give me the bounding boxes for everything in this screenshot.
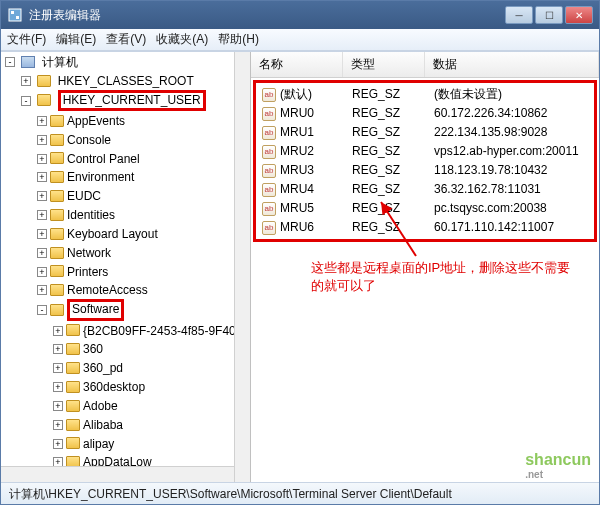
highlight-hkcu: HKEY_CURRENT_USER (58, 90, 206, 111)
string-value-icon: ab (262, 126, 276, 140)
folder-icon (50, 304, 64, 316)
folder-icon (50, 152, 64, 164)
folder-icon (50, 190, 64, 202)
folder-icon (50, 228, 64, 240)
window-title: 注册表编辑器 (29, 7, 505, 24)
value-row[interactable]: abMRU5REG_SZpc.tsqysc.com:20038 (256, 199, 594, 218)
menu-file[interactable]: 文件(F) (7, 31, 46, 48)
string-value-icon: ab (262, 221, 276, 235)
tree-item[interactable]: +Environment (37, 167, 250, 186)
tree-hkcu[interactable]: - HKEY_CURRENT_USER +AppEvents+Console+C… (21, 90, 250, 482)
expand-icon[interactable]: + (37, 154, 47, 164)
folder-icon (50, 115, 64, 127)
col-header-type[interactable]: 类型 (343, 52, 425, 77)
highlight-software: Software (67, 299, 124, 320)
minimize-button[interactable]: ─ (505, 6, 533, 24)
tree-scrollbar-h[interactable] (1, 466, 234, 482)
expand-icon[interactable]: + (37, 285, 47, 295)
svg-rect-1 (11, 11, 14, 14)
value-row[interactable]: abMRU6REG_SZ60.171.110.142:11007 (256, 218, 594, 237)
tree-item[interactable]: +Network (37, 243, 250, 262)
collapse-icon[interactable]: - (5, 57, 15, 67)
expand-icon[interactable]: + (37, 267, 47, 277)
tree-software[interactable]: -Software+{B2CB09FF-2453-4f85-9F40-21C05… (37, 299, 250, 482)
collapse-icon[interactable]: - (37, 305, 47, 315)
string-value-icon: ab (262, 183, 276, 197)
string-value-icon: ab (262, 202, 276, 216)
value-row[interactable]: abMRU1REG_SZ222.134.135.98:9028 (256, 123, 594, 142)
folder-icon (66, 419, 80, 431)
tree-item[interactable]: +360_pd (53, 358, 250, 377)
collapse-icon[interactable]: - (21, 96, 31, 106)
folder-icon (50, 247, 64, 259)
tree-item[interactable]: +Console (37, 130, 250, 149)
tree-item[interactable]: +Alibaba (53, 415, 250, 434)
annotation-text: 这些都是远程桌面的IP地址，删除这些不需要的就可以了 (311, 259, 571, 295)
string-value-icon: ab (262, 107, 276, 121)
tree-item[interactable]: +AppEvents (37, 111, 250, 130)
string-value-icon: ab (262, 88, 276, 102)
menu-fav[interactable]: 收藏夹(A) (156, 31, 208, 48)
expand-icon[interactable]: + (37, 116, 47, 126)
expand-icon[interactable]: + (37, 191, 47, 201)
menu-edit[interactable]: 编辑(E) (56, 31, 96, 48)
expand-icon[interactable]: + (53, 439, 63, 449)
expand-icon[interactable]: + (37, 248, 47, 258)
expand-icon[interactable]: + (53, 401, 63, 411)
tree-item[interactable]: +EUDC (37, 186, 250, 205)
folder-icon (50, 284, 64, 296)
folder-icon (66, 381, 80, 393)
maximize-button[interactable]: ☐ (535, 6, 563, 24)
tree-item[interactable]: +Control Panel (37, 149, 250, 168)
list-header: 名称 类型 数据 (251, 52, 599, 78)
folder-icon (50, 265, 64, 277)
expand-icon[interactable]: + (21, 76, 31, 86)
col-header-name[interactable]: 名称 (251, 52, 343, 77)
expand-icon[interactable]: + (37, 172, 47, 182)
window-buttons: ─ ☐ ✕ (505, 6, 593, 24)
expand-icon[interactable]: + (53, 344, 63, 354)
menu-help[interactable]: 帮助(H) (218, 31, 259, 48)
tree-root[interactable]: - 计算机 + HKEY_CLASSES_ROOT - (5, 52, 250, 482)
string-value-icon: ab (262, 145, 276, 159)
expand-icon[interactable]: + (37, 210, 47, 220)
tree-scrollbar-v[interactable] (234, 52, 250, 482)
value-row[interactable]: abMRU0REG_SZ60.172.226.34:10862 (256, 104, 594, 123)
tree-pane[interactable]: - 计算机 + HKEY_CLASSES_ROOT - (1, 52, 251, 482)
tree-item[interactable]: +Identities (37, 205, 250, 224)
expand-icon[interactable]: + (53, 326, 63, 336)
expand-icon[interactable]: + (53, 382, 63, 392)
highlight-values: ab(默认)REG_SZ(数值未设置)abMRU0REG_SZ60.172.22… (253, 80, 597, 242)
expand-icon[interactable]: + (53, 420, 63, 430)
tree-item[interactable]: +RemoteAccess (37, 280, 250, 299)
tree-item[interactable]: +Keyboard Layout (37, 224, 250, 243)
menubar: 文件(F) 编辑(E) 查看(V) 收藏夹(A) 帮助(H) (1, 29, 599, 51)
close-button[interactable]: ✕ (565, 6, 593, 24)
expand-icon[interactable]: + (53, 363, 63, 373)
tree-item[interactable]: +Adobe (53, 396, 250, 415)
value-row[interactable]: abMRU4REG_SZ36.32.162.78:11031 (256, 180, 594, 199)
folder-icon (50, 209, 64, 221)
regedit-window: 注册表编辑器 ─ ☐ ✕ 文件(F) 编辑(E) 查看(V) 收藏夹(A) 帮助… (0, 0, 600, 505)
tree-item[interactable]: +{B2CB09FF-2453-4f85-9F40-21C05E (53, 321, 250, 340)
col-header-data[interactable]: 数据 (425, 52, 599, 77)
tree-item[interactable]: +360desktop (53, 377, 250, 396)
folder-icon (50, 134, 64, 146)
tree-item[interactable]: +alipay (53, 434, 250, 453)
tree-item[interactable]: +Printers (37, 262, 250, 281)
folder-icon (37, 75, 51, 87)
titlebar[interactable]: 注册表编辑器 ─ ☐ ✕ (1, 1, 599, 29)
expand-icon[interactable]: + (37, 229, 47, 239)
svg-rect-0 (9, 9, 21, 21)
value-row[interactable]: abMRU3REG_SZ118.123.19.78:10432 (256, 161, 594, 180)
expand-icon[interactable]: + (37, 135, 47, 145)
tree-item[interactable]: +360 (53, 339, 250, 358)
menu-view[interactable]: 查看(V) (106, 31, 146, 48)
app-icon (7, 7, 23, 23)
computer-icon (21, 56, 35, 68)
folder-icon (66, 324, 80, 336)
value-row[interactable]: ab(默认)REG_SZ(数值未设置) (256, 85, 594, 104)
value-row[interactable]: abMRU2REG_SZvps12.ab-hyper.com:20011 (256, 142, 594, 161)
folder-icon (66, 437, 80, 449)
tree-hkcr[interactable]: + HKEY_CLASSES_ROOT (21, 71, 250, 90)
